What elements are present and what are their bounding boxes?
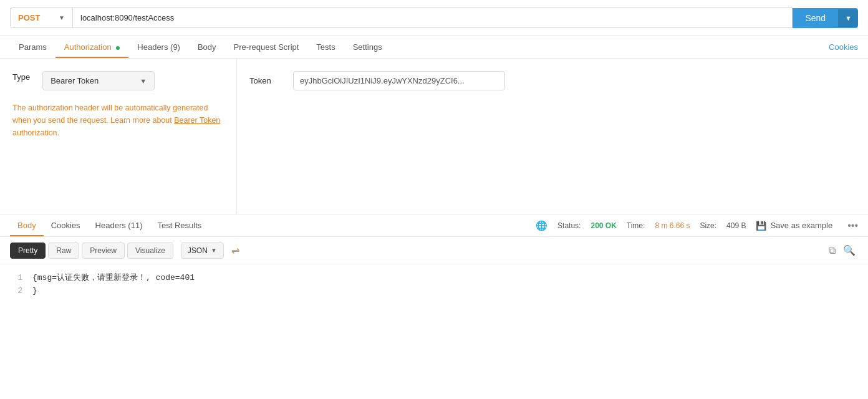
bearer-chevron-icon: ▼ [140, 77, 147, 85]
tab-settings[interactable]: Settings [344, 36, 391, 58]
send-button[interactable]: Send [793, 8, 838, 28]
more-options-icon[interactable]: ••• [847, 220, 858, 231]
visualize-button[interactable]: Visualize [127, 243, 173, 259]
response-code-area: 1 {msg=认证失败，请重新登录！, code=401 2 } [0, 264, 868, 305]
code-content-2: } [32, 285, 37, 298]
bearer-token-label: Bearer Token [51, 76, 99, 85]
tab-headers-label: Headers (9) [137, 42, 180, 52]
auth-left-panel: Type Bearer Token ▼ The authorization he… [0, 59, 237, 214]
response-meta: 🌐 Status: 200 OK Time: 8 m 6.66 s Size: … [536, 220, 858, 231]
auth-description: The authorization header will be automat… [12, 102, 224, 139]
bearer-token-select[interactable]: Bearer Token ▼ [42, 71, 155, 90]
json-chevron-icon: ▼ [211, 247, 217, 254]
filter-icon[interactable]: ⇌ [231, 244, 239, 256]
time-value: 8 m 6.66 s [655, 221, 690, 230]
method-select[interactable]: POST ▼ [10, 7, 72, 28]
tab-settings-label: Settings [353, 42, 382, 52]
authorization-active-dot [116, 46, 120, 50]
resp-tab-headers[interactable]: Headers (11) [88, 214, 150, 236]
tab-headers[interactable]: Headers (9) [128, 36, 189, 58]
resp-tab-test-results-label: Test Results [157, 221, 201, 230]
token-label: Token [249, 76, 281, 85]
line-number-2: 2 [10, 285, 22, 298]
save-example-label: Save as example [770, 221, 832, 230]
method-label: POST [18, 13, 40, 22]
response-tabs-bar: Body Cookies Headers (11) Test Results 🌐… [0, 214, 868, 237]
tab-pre-request-label: Pre-request Script [234, 42, 299, 52]
tab-pre-request[interactable]: Pre-request Script [225, 36, 308, 58]
bearer-token-link[interactable]: Bearer Token [174, 116, 220, 125]
time-prefix: Time: [627, 221, 645, 230]
code-content-1: {msg=认证失败，请重新登录！, code=401 [32, 272, 195, 285]
auth-right-panel: Token [237, 59, 868, 214]
raw-button[interactable]: Raw [48, 243, 79, 259]
response-toolbar: Pretty Raw Preview Visualize JSON ▼ ⇌ ⧉ … [0, 237, 868, 264]
auth-panel: Type Bearer Token ▼ The authorization he… [0, 59, 868, 214]
size-prefix: Size: [700, 221, 716, 230]
json-format-select[interactable]: JSON ▼ [181, 243, 224, 259]
status-prefix: Status: [557, 221, 581, 230]
resp-tab-test-results[interactable]: Test Results [150, 214, 209, 236]
resp-tab-body-label: Body [17, 221, 36, 230]
send-button-group: Send ▼ [793, 8, 858, 28]
copy-icon[interactable]: ⧉ [826, 243, 838, 259]
save-example-button[interactable]: 💾 Save as example [756, 221, 832, 231]
save-icon: 💾 [756, 221, 766, 231]
tab-body-label: Body [198, 42, 216, 52]
request-tabs-bar: Params Authorization Headers (9) Body Pr… [0, 36, 868, 59]
code-line-2: 2 } [10, 285, 858, 298]
send-dropdown-button[interactable]: ▼ [838, 9, 858, 27]
tab-authorization-label: Authorization [64, 42, 112, 52]
type-label: Type [12, 72, 30, 82]
method-chevron-icon: ▼ [59, 14, 65, 21]
tab-body[interactable]: Body [189, 36, 225, 58]
code-line-1: 1 {msg=认证失败，请重新登录！, code=401 [10, 272, 858, 285]
url-bar: POST ▼ Send ▼ [0, 0, 868, 36]
token-row: Token [249, 71, 856, 90]
resp-tab-body[interactable]: Body [10, 214, 44, 236]
search-icon[interactable]: 🔍 [841, 242, 858, 259]
tab-params-label: Params [19, 42, 47, 52]
cookies-link[interactable]: Cookies [829, 36, 858, 58]
token-input[interactable] [293, 71, 505, 90]
preview-button[interactable]: Preview [82, 243, 125, 259]
tab-params[interactable]: Params [10, 36, 55, 58]
status-code: 200 OK [591, 221, 616, 230]
tab-tests[interactable]: Tests [307, 36, 344, 58]
resp-tab-cookies-label: Cookies [51, 221, 80, 230]
json-format-label: JSON [188, 246, 208, 255]
url-input[interactable] [72, 7, 793, 28]
size-value: 409 B [726, 221, 746, 230]
resp-tab-cookies[interactable]: Cookies [44, 214, 88, 236]
tab-tests-label: Tests [316, 42, 335, 52]
globe-icon: 🌐 [536, 220, 547, 231]
line-number-1: 1 [10, 272, 22, 285]
tab-authorization[interactable]: Authorization [55, 36, 129, 58]
pretty-button[interactable]: Pretty [10, 243, 46, 259]
resp-tab-headers-label: Headers (11) [95, 221, 143, 230]
